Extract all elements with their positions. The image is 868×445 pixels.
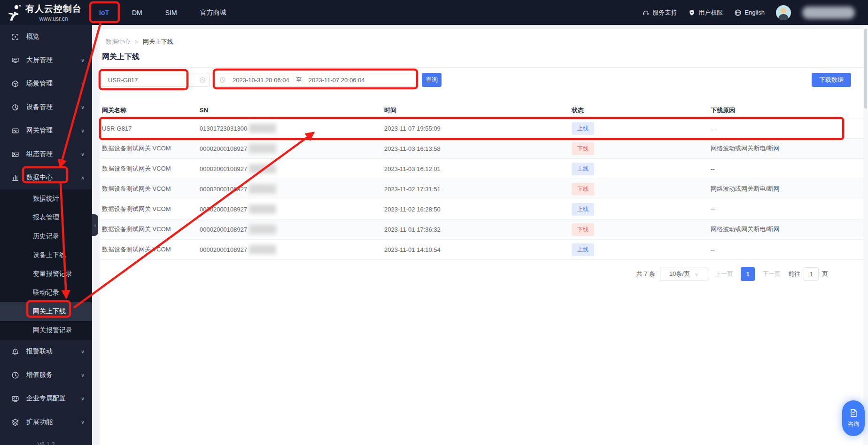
consult-chat-button[interactable]: 咨询 — [842, 400, 865, 436]
cell-sn: 01301723031300 — [200, 124, 384, 133]
vertical-scrollbar[interactable] — [863, 25, 868, 445]
goto-label: 前往 — [788, 270, 800, 278]
breadcrumb-separator-icon: > — [135, 39, 138, 45]
cell-time: 2023-11-03 16:13:58 — [384, 145, 572, 152]
goto-unit-label: 页 — [822, 270, 828, 278]
sn-redacted — [249, 184, 276, 194]
clear-input-icon[interactable] — [199, 77, 206, 83]
submenu-item[interactable]: 变量报警记录 — [0, 265, 92, 283]
sidebar-collapse-handle[interactable]: ‹ — [92, 214, 98, 236]
table-row[interactable]: 数据设备测试网关 VCOM 00002000108927 2023-11-01 … — [100, 240, 863, 260]
status-badge: 上线 — [572, 243, 594, 256]
top-nav-tab[interactable]: IoT — [96, 7, 112, 18]
language-switch[interactable]: English — [734, 9, 765, 16]
table-row[interactable]: 数据设备测试网关 VCOM 00002000108927 2023-11-02 … — [100, 199, 863, 219]
submenu-item[interactable]: 历史记录 — [0, 227, 92, 246]
logo: 有人云控制台 www.usr.cn — [5, 3, 82, 22]
submenu-item[interactable]: 数据统计 — [0, 189, 92, 208]
sidebar-item[interactable]: 场景管理 ∨ — [0, 72, 92, 95]
submenu-item[interactable]: 网关报警记录 — [0, 321, 92, 340]
globe-icon — [734, 9, 742, 16]
service-support-label: 服务支持 — [652, 8, 677, 17]
submenu-item[interactable]: 网关上下线 — [0, 302, 92, 321]
sidebar-item[interactable]: 增值服务 ∨ — [0, 363, 92, 387]
gateway-icon — [11, 127, 19, 135]
scada-icon — [11, 150, 19, 158]
scene-icon — [11, 80, 19, 88]
cell-time: 2023-11-01 14:10:54 — [384, 246, 572, 253]
sidebar-item[interactable]: 大屏管理 ∨ — [0, 48, 92, 72]
sidebar-menu-top: 概览 大屏管理 ∨ 场景管理 ∨ 设备管理 ∨ — [0, 25, 92, 189]
cell-time: 2023-11-02 17:31:51 — [384, 186, 572, 193]
cell-reason: 网络波动或网关断电/断网 — [711, 185, 863, 193]
table-body: USR-G817 01301723031300 2023-11-07 19:55… — [100, 118, 863, 260]
service-support-link[interactable]: 服务支持 — [642, 8, 677, 17]
user-avatar[interactable] — [776, 5, 791, 20]
sidebar-item[interactable]: 概览 — [0, 25, 92, 48]
sidebar-item[interactable]: 设备管理 ∨ — [0, 95, 92, 119]
sidebar-item[interactable]: 组态管理 ∨ — [0, 142, 92, 166]
cell-time: 2023-11-07 19:55:09 — [384, 125, 572, 132]
current-page-button[interactable]: 1 — [741, 267, 755, 281]
date-range-picker[interactable]: 2023-10-31 20:06:04 至 2023-11-07 20:06:0… — [214, 73, 417, 87]
user-permission-label: 用户权限 — [698, 8, 723, 17]
chevron-icon: ∨ — [81, 396, 85, 402]
status-badge: 下线 — [572, 223, 594, 236]
chevron-icon: ∨ — [81, 349, 85, 355]
top-nav-tab[interactable]: SIM — [163, 7, 180, 18]
gateway-search-input[interactable] — [107, 76, 199, 84]
username-redacted[interactable] — [802, 7, 855, 19]
scrollbar-thumb[interactable] — [864, 29, 867, 109]
shield-icon — [688, 9, 696, 16]
sidebar-item[interactable]: 扩展功能 ∨ — [0, 410, 92, 434]
query-button[interactable]: 查询 — [422, 73, 442, 87]
top-nav-tab[interactable]: DM — [129, 7, 145, 18]
user-permission-link[interactable]: 用户权限 — [688, 8, 723, 17]
prev-page-button[interactable]: 上一页 — [715, 270, 733, 278]
submenu-item[interactable]: 联动记录 — [0, 283, 92, 302]
next-page-button[interactable]: 下一页 — [762, 270, 781, 278]
table-row[interactable]: 数据设备测试网关 VCOM 00002000108927 2023-11-03 … — [100, 139, 863, 159]
top-nav-tab[interactable]: 官方商城 — [197, 7, 229, 19]
col-header-reason: 下线原因 — [711, 106, 863, 115]
sidebar-item[interactable]: 企业专属配置 ∨ — [0, 387, 92, 410]
status-badge: 上线 — [572, 203, 594, 216]
breadcrumb-parent[interactable]: 数据中心 — [106, 38, 130, 46]
table-row[interactable]: 数据设备测试网关 VCOM 00002000108927 2023-11-03 … — [100, 159, 863, 179]
sidebar-item-label: 扩展功能 — [26, 418, 53, 426]
sidebar-item[interactable]: 报警联动 ∨ — [0, 340, 92, 363]
cell-time: 2023-11-01 17:36:32 — [384, 226, 572, 233]
sn-value: 00002000108927 — [200, 206, 247, 213]
sidebar-item[interactable]: 数据中心 ∧ — [0, 166, 92, 189]
cell-gateway-name: 数据设备测试网关 VCOM — [102, 164, 200, 173]
page-size-select[interactable]: 10条/页 ∨ — [660, 267, 707, 281]
consult-label: 咨询 — [848, 420, 859, 428]
cell-gateway-name: USR-G817 — [102, 125, 200, 132]
table-row[interactable]: USR-G817 01301723031300 2023-11-07 19:55… — [100, 118, 863, 139]
main-content: 数据中心 > 网关上下线 网关上下线 2023-10-31 20:06:04 至… — [100, 29, 863, 445]
table-row[interactable]: 数据设备测试网关 VCOM 00002000108927 2023-11-01 … — [100, 219, 863, 240]
goto-page-input[interactable] — [804, 267, 819, 281]
cell-gateway-name: 数据设备测试网关 VCOM — [102, 144, 200, 153]
table-row[interactable]: 数据设备测试网关 VCOM 00002000108927 2023-11-02 … — [100, 179, 863, 199]
submenu-item[interactable]: 报表管理 — [0, 208, 92, 227]
version-label: V6.1.2 — [0, 441, 92, 445]
col-header-status: 状态 — [572, 106, 711, 115]
chevron-icon: ∧ — [81, 175, 85, 181]
status-badge: 下线 — [572, 183, 594, 195]
sidebar-item-label: 场景管理 — [26, 79, 53, 88]
col-header-name: 网关名称 — [102, 106, 200, 115]
total-count: 共 7 条 — [636, 270, 655, 278]
extend-icon — [11, 418, 19, 426]
download-data-button[interactable]: 下载数据 — [812, 73, 851, 87]
cell-gateway-name: 数据设备测试网关 VCOM — [102, 205, 200, 213]
date-end[interactable]: 2023-11-07 20:06:04 — [309, 77, 365, 84]
cell-status: 上线 — [572, 163, 711, 175]
sidebar-item[interactable]: 网关管理 ∨ — [0, 119, 92, 142]
date-start[interactable]: 2023-10-31 20:06:04 — [232, 77, 289, 84]
breadcrumb: 数据中心 > 网关上下线 — [106, 38, 173, 46]
sidebar-item-label: 网关管理 — [26, 126, 53, 135]
submenu-item[interactable]: 设备上下线 — [0, 246, 92, 265]
cell-sn: 00002000108927 — [200, 204, 384, 214]
sn-redacted — [249, 164, 276, 173]
